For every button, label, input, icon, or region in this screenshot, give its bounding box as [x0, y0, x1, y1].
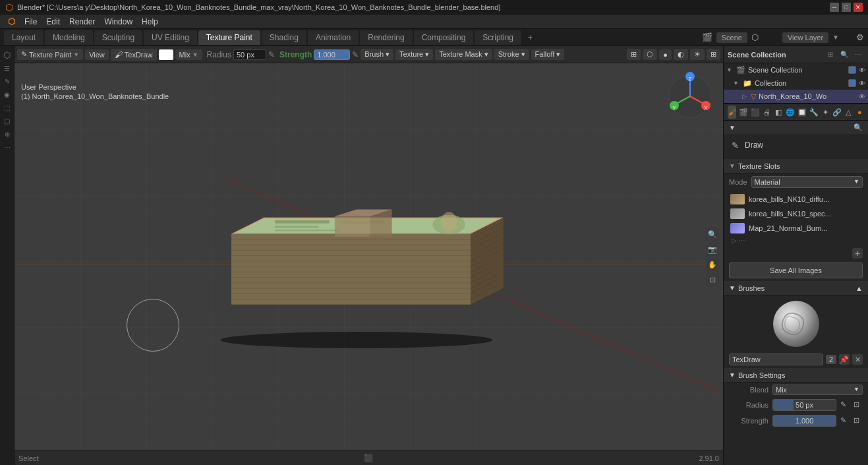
menu-file[interactable]: File	[20, 16, 41, 28]
brush-section-search-icon[interactable]: 🔍	[854, 123, 863, 132]
outliner-search-btn[interactable]: 🔍	[838, 49, 850, 61]
menu-edit[interactable]: Edit	[42, 16, 64, 28]
brush-selector[interactable]: 🖌 TexDraw	[111, 49, 157, 61]
brush-name-field[interactable]: TexDraw	[729, 354, 823, 365]
prop-icon-world[interactable]: 🌐	[786, 106, 795, 119]
strength-lock-icon[interactable]: ⊡	[854, 416, 863, 425]
prop-icon-view-layer[interactable]: ◧	[774, 106, 782, 119]
blend-dropdown[interactable]: Mix ▼	[772, 385, 863, 395]
tab-texture-paint[interactable]: Texture Paint	[198, 30, 260, 45]
menu-help[interactable]: Help	[138, 16, 162, 28]
add-workspace-button[interactable]: +	[523, 30, 538, 45]
3d-viewport[interactable]: User Perspective (1) North_Korea_10_Won_…	[14, 63, 723, 450]
left-icon-brush[interactable]: ✎	[1, 75, 13, 87]
viewport-shading-material[interactable]: ◐	[674, 49, 688, 60]
texture-settings-btn[interactable]: Texture ▾	[395, 49, 433, 60]
minimize-button[interactable]: ─	[830, 3, 839, 12]
texture-list-expand[interactable]: ▷ ····	[729, 235, 863, 245]
stroke-btn[interactable]: Stroke ▾	[494, 49, 529, 60]
left-icon-tools[interactable]: ⬡	[1, 49, 13, 61]
left-icon-select[interactable]: ⬚	[1, 102, 13, 113]
collection-checkbox[interactable]	[848, 79, 856, 87]
prop-icon-modifier[interactable]: 🔧	[809, 106, 819, 119]
prop-icon-particle[interactable]: ✦	[821, 106, 830, 119]
falloff-btn[interactable]: Falloff ▾	[531, 49, 565, 60]
left-icon-view[interactable]: ☰	[1, 62, 13, 74]
menu-blender[interactable]: ⬡	[4, 15, 19, 28]
prop-icon-active-tool[interactable]: 🖌	[728, 106, 736, 119]
tab-shading[interactable]: Shading	[262, 30, 306, 45]
radius-lock-icon[interactable]: ⊡	[854, 400, 863, 410]
view-button[interactable]: View	[85, 49, 109, 60]
viewport-shading-rendered[interactable]: ☀	[690, 49, 705, 60]
brush-settings-header[interactable]: ▼ Brush Settings	[724, 368, 868, 383]
prop-icon-output[interactable]: 🖨	[763, 106, 771, 119]
viewport-navigation-gizmo[interactable]: Z X Y	[664, 70, 716, 123]
zoom-in-btn[interactable]: 🔍	[706, 228, 719, 241]
tab-rendering[interactable]: Rendering	[360, 30, 412, 45]
scene-collection-checkbox[interactable]	[848, 66, 856, 74]
strength-field[interactable]: 1.000	[314, 49, 350, 60]
object-row[interactable]: ▷ ▽ North_Korea_10_Wo 👁	[724, 90, 868, 103]
texture-item-diffuse[interactable]: korea_bills_NK10_diffu...	[729, 192, 863, 206]
brush-delete-button[interactable]: ✕	[852, 354, 863, 365]
prop-icon-data[interactable]: △	[844, 106, 853, 119]
prop-icon-material[interactable]: ●	[855, 106, 864, 119]
menu-window[interactable]: Window	[100, 16, 136, 28]
texture-slots-header[interactable]: ▼ Texture Slots	[724, 159, 868, 173]
brushes-section-header[interactable]: ▼ Brushes ▲	[724, 281, 868, 295]
strength-edit-icon[interactable]: ✎	[840, 416, 850, 425]
brushes-expand-icon[interactable]: ▲	[855, 284, 863, 292]
mode-selector[interactable]: ✎ Texture Paint ▼	[17, 49, 83, 60]
brush-settings-btn[interactable]: Brush ▾	[361, 49, 393, 60]
global-settings-icon[interactable]: ⚙	[856, 32, 864, 42]
maximize-button[interactable]: □	[842, 3, 851, 12]
prop-icon-scene[interactable]: 🎬	[739, 106, 748, 119]
texture-item-normal[interactable]: Map_21_Normal_Bum...	[729, 221, 863, 235]
radius-edit-icon[interactable]: ✎	[840, 400, 850, 410]
outliner-filter-btn[interactable]: ⊞	[825, 49, 836, 61]
hand-btn[interactable]: ✋	[706, 258, 719, 271]
outliner-more-btn[interactable]: ⋯	[852, 49, 864, 61]
collection-row-scene[interactable]: ▼ 🎬 Scene Collection 👁	[724, 63, 868, 77]
scene-collection-eye-icon[interactable]: 👁	[859, 67, 865, 74]
mode-dropdown[interactable]: Material ▼	[751, 176, 863, 188]
left-icon-overlay[interactable]: ◉	[1, 88, 13, 100]
viewport-shading-more[interactable]: ⊞	[707, 49, 720, 60]
color-swatch[interactable]	[159, 49, 173, 60]
texture-mask-btn[interactable]: Texture Mask ▾	[435, 49, 492, 60]
tab-animation[interactable]: Animation	[308, 30, 359, 45]
collection-eye-icon[interactable]: 👁	[859, 80, 865, 87]
tab-uv-editing[interactable]: UV Editing	[144, 30, 197, 45]
prop-icon-object[interactable]: 🔲	[797, 106, 807, 119]
view-layer-label[interactable]: View Layer	[782, 32, 828, 43]
texture-add-button[interactable]: +	[852, 248, 863, 259]
scene-name[interactable]: Scene	[716, 32, 747, 43]
camera-btn[interactable]: 📷	[706, 243, 719, 256]
tab-compositing[interactable]: Compositing	[414, 30, 474, 45]
left-icon-more[interactable]: ⋯	[1, 141, 13, 153]
viewport-gizmos-btn[interactable]: ⬡	[643, 49, 657, 60]
viewport-overlays-btn[interactable]: ⊞	[627, 49, 641, 60]
blend-selector[interactable]: Mix ▼	[175, 49, 202, 60]
menu-render[interactable]: Render	[65, 16, 99, 28]
save-all-images-button[interactable]: Save All Images	[729, 263, 863, 278]
strength-edit-icon[interactable]: ✎	[352, 50, 359, 59]
left-icon-snap[interactable]: ⊕	[1, 128, 13, 140]
prop-icon-constraint[interactable]: 🔗	[832, 106, 842, 119]
brush-pin-button[interactable]: 📌	[839, 354, 850, 365]
tab-scripting[interactable]: Scripting	[475, 30, 521, 45]
object-eye-icon[interactable]: 👁	[859, 93, 865, 100]
texture-item-spec[interactable]: korea_bills_NK10_spec...	[729, 206, 863, 221]
viewport-shading-solid[interactable]: ●	[659, 49, 672, 60]
tab-sculpting[interactable]: Sculpting	[94, 30, 142, 45]
radius-field[interactable]: 50 px	[233, 49, 266, 60]
radius-bar[interactable]: 50 px	[772, 399, 836, 411]
collection-row[interactable]: ▼ 📁 Collection 👁	[724, 77, 868, 90]
radius-edit-icon[interactable]: ✎	[268, 50, 275, 59]
close-button[interactable]: ✕	[854, 3, 863, 12]
tab-modeling[interactable]: Modeling	[45, 30, 93, 45]
brush-section-header[interactable]: ▼ 🔍	[724, 121, 868, 135]
tab-layout[interactable]: Layout	[4, 30, 43, 45]
prop-icon-render[interactable]: ⬛	[751, 106, 760, 119]
